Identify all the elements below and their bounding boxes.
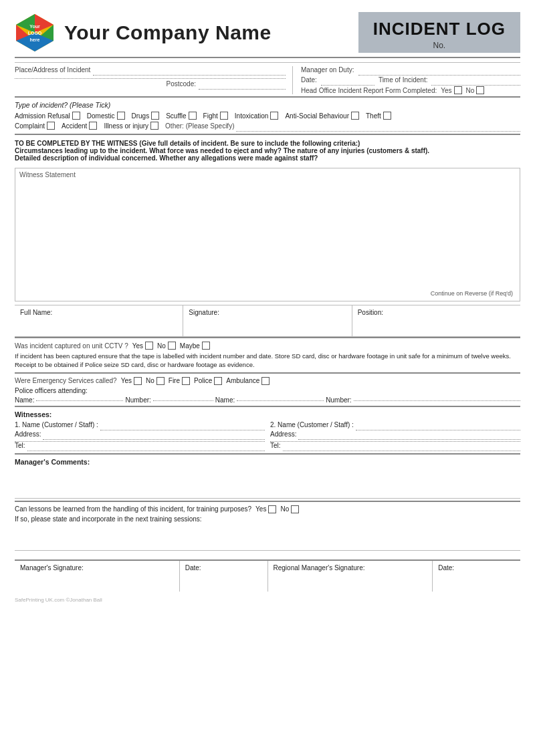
witness-line1: TO BE COMPLETED BY THE WITNESS (Give ful… bbox=[15, 140, 520, 147]
witness-tel2-label: Tel: bbox=[270, 442, 281, 449]
witness-line3: Detailed description of individual conce… bbox=[15, 154, 520, 162]
police-name1-label: Name: bbox=[15, 396, 34, 404]
cctv-no-checkbox[interactable] bbox=[168, 342, 176, 350]
type-admission[interactable]: Admission Refusal bbox=[15, 112, 80, 120]
place-address-label: Place/Address of Incident bbox=[15, 66, 90, 74]
incident-type-label: Type of incident? (Please Tick) bbox=[15, 101, 520, 109]
incident-type-section: Type of incident? (Please Tick) Admissio… bbox=[15, 96, 520, 134]
emergency-police-checkbox[interactable] bbox=[214, 377, 222, 385]
training-write-area[interactable] bbox=[15, 525, 520, 551]
witness-statement-box[interactable]: Witness Statement Continue on Reverse (i… bbox=[15, 168, 520, 301]
regional-sig-cell: Regional Manager's Signature: bbox=[268, 561, 433, 592]
regional-date-label: Date: bbox=[438, 564, 454, 572]
type-anti-social[interactable]: Anti-Social Behaviour bbox=[285, 112, 359, 120]
training-no-checkbox[interactable] bbox=[291, 505, 299, 513]
cctv-no[interactable]: No bbox=[157, 342, 176, 350]
type-domestic[interactable]: Domestic bbox=[87, 112, 125, 120]
cctv-maybe[interactable]: Maybe bbox=[180, 342, 210, 350]
type-complaint-checkbox[interactable] bbox=[47, 122, 55, 130]
company-name: Your Company Name bbox=[64, 21, 272, 44]
type-intoxication[interactable]: Intoxication bbox=[235, 112, 279, 120]
police-number1-label: Number: bbox=[125, 396, 150, 404]
witnesses-section: Witnesses: 1. Name (Customer / Staff) : … bbox=[15, 406, 520, 453]
type-fight[interactable]: Fight bbox=[203, 112, 228, 120]
emergency-fire[interactable]: Fire bbox=[169, 377, 190, 385]
witness-line2: Circumstances leading up to the incident… bbox=[15, 147, 520, 154]
cctv-section: Was incident captured on unit CCTV ? Yes… bbox=[15, 337, 520, 372]
type-anti-social-checkbox[interactable] bbox=[351, 112, 359, 120]
type-theft[interactable]: Theft bbox=[366, 112, 391, 120]
postcode-label: Postcode: bbox=[167, 80, 196, 88]
emergency-yes[interactable]: Yes bbox=[121, 377, 142, 385]
cctv-note: If incident has been captured ensure tha… bbox=[15, 352, 520, 370]
type-drugs[interactable]: Drugs bbox=[132, 112, 160, 120]
training-section: Can lessons be learned from the handling… bbox=[15, 501, 520, 553]
type-domestic-checkbox[interactable] bbox=[117, 112, 125, 120]
manager-date-label: Date: bbox=[185, 564, 201, 572]
type-scuffle-checkbox[interactable] bbox=[189, 112, 197, 120]
full-name-cell: Full Name: bbox=[15, 305, 183, 336]
emergency-police[interactable]: Police bbox=[194, 377, 222, 385]
witness-name2-label: 2. Name (Customer / Staff) : bbox=[270, 421, 354, 428]
continue-note: Continue on Reverse (if Req'd) bbox=[427, 289, 517, 298]
witness-name1-label: 1. Name (Customer / Staff) : bbox=[15, 421, 98, 428]
manager-comments-label: Manager's Comments: bbox=[15, 458, 520, 466]
type-theft-checkbox[interactable] bbox=[383, 112, 391, 120]
witness-instruction: TO BE COMPLETED BY THE WITNESS (Give ful… bbox=[15, 134, 520, 164]
witness-address2-label: Address: bbox=[270, 430, 296, 438]
emergency-ambulance[interactable]: Ambulance bbox=[226, 377, 270, 385]
type-scuffle[interactable]: Scuffle bbox=[166, 112, 196, 120]
head-office-yes[interactable]: Yes bbox=[441, 86, 461, 94]
type-illness-checkbox[interactable] bbox=[150, 122, 158, 130]
type-illness[interactable]: Illness or injury bbox=[104, 122, 158, 130]
type-accident[interactable]: Accident bbox=[62, 122, 97, 130]
police-attending-label: Police officers attending: bbox=[15, 387, 88, 394]
cctv-yes[interactable]: Yes bbox=[132, 342, 153, 350]
position-label: Position: bbox=[358, 309, 383, 316]
head-office-no-checkbox[interactable] bbox=[476, 86, 484, 94]
signature-cell: Signature: bbox=[183, 305, 352, 336]
emergency-no-checkbox[interactable] bbox=[156, 377, 165, 385]
witnesses-title: Witnesses: bbox=[15, 410, 520, 418]
full-name-label: Full Name: bbox=[20, 309, 52, 316]
type-intoxication-checkbox[interactable] bbox=[270, 112, 278, 120]
manager-on-duty-label: Manager on Duty: bbox=[301, 66, 354, 74]
cctv-maybe-checkbox[interactable] bbox=[202, 342, 210, 350]
type-fight-checkbox[interactable] bbox=[220, 112, 228, 120]
training-no[interactable]: No bbox=[280, 505, 299, 513]
other-label: Other: (Please Specify) bbox=[165, 122, 234, 130]
footer-text: SafePrinting UK.com ©Jonathan Ball bbox=[15, 597, 520, 603]
signature-label: Signature: bbox=[189, 309, 219, 316]
police-number2-label: Number: bbox=[326, 396, 351, 404]
head-office-label: Head Office Incident Report Form Complet… bbox=[301, 87, 437, 94]
emergency-no[interactable]: No bbox=[146, 377, 165, 385]
witness-statement-label: Witness Statement bbox=[15, 168, 520, 181]
company-logo: Your LOGO here bbox=[15, 13, 55, 53]
svg-text:Your: Your bbox=[29, 24, 40, 29]
training-note: If so, please state and incorporate in t… bbox=[15, 515, 520, 523]
manager-sig-label: Manager's Signature: bbox=[20, 564, 84, 572]
manager-comments-box[interactable] bbox=[15, 469, 520, 499]
regional-date-cell: Date: bbox=[433, 561, 520, 592]
head-office-no[interactable]: No bbox=[466, 86, 485, 94]
incident-log-no: No. bbox=[373, 41, 506, 50]
time-label: Time of Incident: bbox=[379, 76, 428, 84]
emergency-ambulance-checkbox[interactable] bbox=[261, 377, 270, 385]
training-yes[interactable]: Yes bbox=[255, 505, 276, 513]
training-question: Can lessons be learned from the handling… bbox=[15, 505, 251, 513]
training-yes-checkbox[interactable] bbox=[268, 505, 276, 513]
cctv-yes-checkbox[interactable] bbox=[145, 342, 153, 350]
head-office-yes-checkbox[interactable] bbox=[454, 86, 462, 94]
regional-sig-label: Regional Manager's Signature: bbox=[274, 564, 365, 572]
emergency-yes-checkbox[interactable] bbox=[134, 377, 142, 385]
type-drugs-checkbox[interactable] bbox=[151, 112, 159, 120]
emergency-fire-checkbox[interactable] bbox=[182, 377, 190, 385]
cctv-question: Was incident captured on unit CCTV ? bbox=[15, 342, 128, 350]
witness-address1-label: Address: bbox=[15, 430, 41, 438]
type-admission-checkbox[interactable] bbox=[72, 112, 80, 120]
type-complaint[interactable]: Complaint bbox=[15, 122, 55, 130]
type-accident-checkbox[interactable] bbox=[89, 122, 97, 130]
incident-log-box: INCIDENT LOG No. bbox=[358, 12, 520, 53]
manager-comments-section: Manager's Comments: bbox=[15, 453, 520, 501]
emergency-section: Were Emergency Services called? Yes No F… bbox=[15, 372, 520, 406]
